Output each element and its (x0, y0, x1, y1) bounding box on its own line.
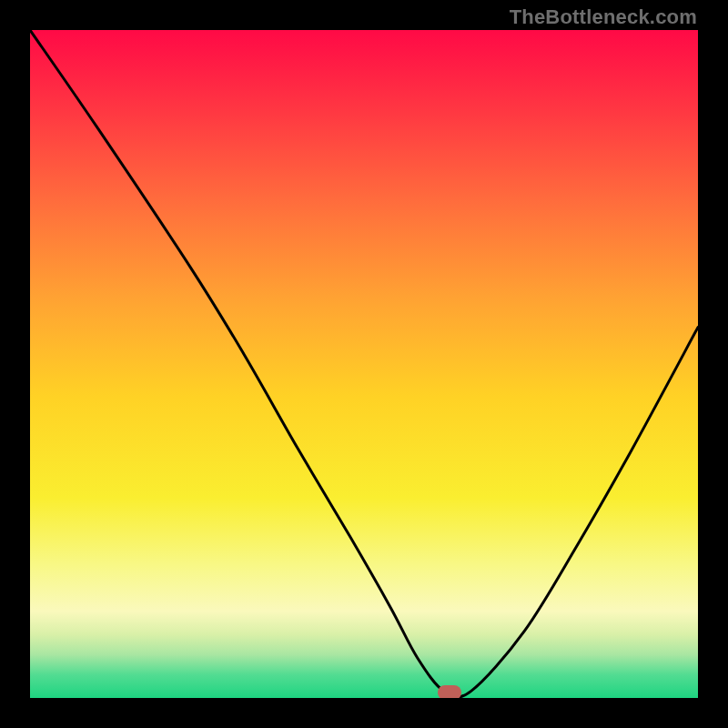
optimum-marker (438, 685, 461, 698)
bottleneck-curve (30, 30, 698, 698)
plot-area (30, 30, 698, 698)
chart-frame: TheBottleneck.com (0, 0, 728, 728)
attribution-text: TheBottleneck.com (510, 5, 697, 29)
